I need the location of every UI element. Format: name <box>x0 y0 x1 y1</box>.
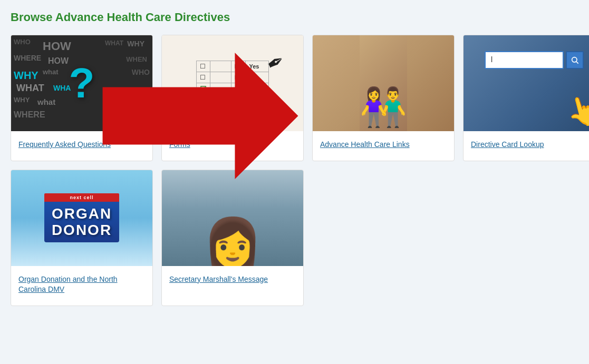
search-bar-visual: l <box>485 51 584 69</box>
question-mark: ? <box>69 59 95 107</box>
search-button-visual <box>566 51 584 69</box>
couple-visual: 👫 <box>360 35 407 131</box>
faq-card[interactable]: HOW WHO WHY WHAT WHERE HOW WHEN WHY what… <box>11 35 153 161</box>
person-icon: 👩 <box>203 219 262 266</box>
organ-card[interactable]: next cell ORGANDONOR Organ Donation and … <box>11 170 153 306</box>
secretary-card[interactable]: 👩 Secretary Marshall's Message <box>161 170 304 306</box>
forms-link[interactable]: Forms <box>169 140 190 149</box>
svg-point-0 <box>572 57 577 62</box>
card-row-1: HOW WHO WHY WHAT WHERE HOW WHEN WHY what… <box>11 35 578 161</box>
search-image: l 👆 <box>464 35 589 131</box>
search-icon <box>571 56 579 64</box>
couple-icon: 👫 <box>360 88 407 126</box>
organ-sign: next cell ORGANDONOR <box>44 193 119 243</box>
organ-background: next cell ORGANDONOR <box>11 170 152 266</box>
page-title: Browse Advance Health Care Directives <box>11 11 578 24</box>
secretary-link[interactable]: Secretary Marshall's Message <box>169 275 268 283</box>
lookup-card[interactable]: l 👆 Directive Card Lookup <box>463 35 589 161</box>
faq-card-body: Frequently Asked Questions <box>11 131 152 161</box>
links-card-body: Advance Health Care Links <box>313 131 454 161</box>
hand-pointing-icon: 👆 <box>562 90 589 131</box>
checklist-table: ☐ No Yes ☐ No Yes ☑ <box>196 61 269 106</box>
checklist-visual: ☐ No Yes ☐ No Yes ☑ <box>196 61 269 106</box>
organ-image: next cell ORGANDONOR <box>11 170 152 266</box>
secretary-card-body: Secretary Marshall's Message <box>162 266 303 296</box>
links-card[interactable]: 👫 Advance Health Care Links <box>312 35 455 161</box>
organ-link[interactable]: Organ Donation and the North Carolina DM… <box>18 275 118 294</box>
organ-sign-top: next cell <box>44 193 119 202</box>
secretary-background: 👩 <box>162 170 303 266</box>
couple-image: 👫 <box>313 35 454 131</box>
faq-background: HOW WHO WHY WHAT WHERE HOW WHEN WHY what… <box>11 35 152 131</box>
forms-card-body: Forms <box>162 131 303 161</box>
svg-line-1 <box>576 62 578 64</box>
card-row-2: next cell ORGANDONOR Organ Donation and … <box>11 170 578 306</box>
forms-card[interactable]: ☐ No Yes ☐ No Yes ☑ <box>161 35 304 161</box>
lookup-link[interactable]: Directive Card Lookup <box>471 140 544 149</box>
lookup-card-body: Directive Card Lookup <box>464 131 589 161</box>
search-input-visual: l <box>485 51 564 69</box>
links-link[interactable]: Advance Health Care Links <box>320 140 410 149</box>
organ-sign-main: ORGANDONOR <box>44 202 119 243</box>
faq-image: HOW WHO WHY WHAT WHERE HOW WHEN WHY what… <box>11 35 152 131</box>
secretary-image: 👩 <box>162 170 303 266</box>
organ-card-body: Organ Donation and the North Carolina DM… <box>11 266 152 306</box>
checklist-image: ☐ No Yes ☐ No Yes ☑ <box>162 35 303 131</box>
faq-link[interactable]: Frequently Asked Questions <box>18 140 111 149</box>
